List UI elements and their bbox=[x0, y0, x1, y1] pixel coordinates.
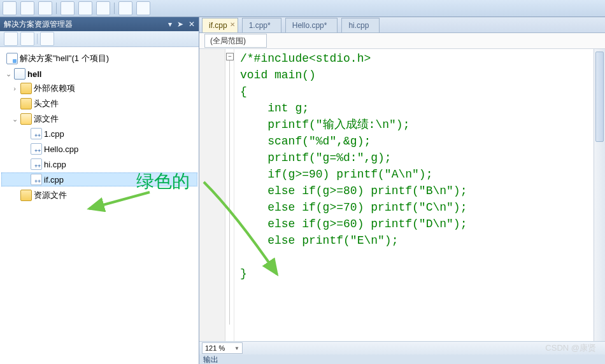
file-tab-active[interactable]: if.cpp✕ bbox=[202, 18, 238, 32]
folder-header-files[interactable]: 头文件 bbox=[1, 97, 197, 111]
editor-tabbar: if.cpp✕ 1.cpp* Hello.cpp* hi.cpp bbox=[199, 17, 605, 33]
scope-bar: (全局范围) bbox=[199, 33, 605, 49]
expand-caret-icon[interactable]: › bbox=[11, 85, 18, 92]
zoom-combo[interactable]: 121 %▼ bbox=[202, 342, 243, 354]
folder-icon bbox=[20, 190, 32, 201]
solution-label: 解决方案"hell"(1 个项目) bbox=[20, 53, 109, 64]
project-node[interactable]: ⌄ hell bbox=[1, 67, 197, 81]
panel-title: 解决方案资源管理器 bbox=[4, 19, 73, 30]
se-toolbar-icon[interactable] bbox=[20, 32, 34, 46]
project-label: hell bbox=[27, 69, 41, 79]
toolbar-icon[interactable] bbox=[78, 1, 92, 15]
file-tab[interactable]: hi.cpp bbox=[341, 18, 380, 32]
scope-combo[interactable]: (全局范围) bbox=[204, 34, 267, 48]
folder-open-icon bbox=[20, 113, 32, 125]
file-node[interactable]: 1.cpp bbox=[1, 127, 197, 141]
code-editor[interactable]: − /*#include<stdio.h> void main() { int … bbox=[199, 49, 605, 341]
code-text[interactable]: /*#include<stdio.h> void main() { int g;… bbox=[236, 50, 594, 282]
folder-source-files[interactable]: ⌄ 源文件 bbox=[1, 112, 197, 126]
pin-icon[interactable]: ➤ bbox=[177, 20, 183, 29]
toolbar-icon[interactable] bbox=[3, 1, 17, 15]
file-tab[interactable]: 1.cpp* bbox=[242, 18, 281, 32]
folder-icon bbox=[20, 98, 32, 109]
solution-explorer-toolbar bbox=[0, 31, 199, 47]
se-toolbar-icon[interactable] bbox=[4, 32, 18, 46]
toolbar-icon[interactable] bbox=[60, 1, 75, 15]
folder-external-deps[interactable]: › 外部依赖项 bbox=[1, 81, 197, 95]
folder-icon bbox=[20, 83, 32, 94]
annotation-text: 绿色的 bbox=[136, 169, 190, 193]
output-panel-header[interactable]: 输出 bbox=[199, 354, 605, 364]
editor-gutter bbox=[199, 49, 225, 341]
expand-caret-icon[interactable]: ⌄ bbox=[11, 115, 18, 123]
solution-icon bbox=[6, 53, 18, 64]
cpp-file-icon bbox=[31, 143, 42, 155]
tab-close-icon[interactable]: ✕ bbox=[230, 21, 235, 28]
toolbar-icon[interactable] bbox=[96, 1, 110, 15]
scrollbar-thumb[interactable] bbox=[595, 52, 604, 142]
dropdown-arrow-icon[interactable]: ▼ bbox=[234, 346, 239, 351]
project-icon bbox=[14, 68, 25, 80]
editor-area: if.cpp✕ 1.cpp* Hello.cpp* hi.cpp (全局范围) … bbox=[199, 17, 605, 364]
file-node[interactable]: Hello.cpp bbox=[1, 142, 197, 156]
cpp-file-icon bbox=[31, 128, 42, 139]
expand-caret-icon[interactable]: ⌄ bbox=[4, 70, 12, 78]
toolbar-separator bbox=[114, 3, 115, 14]
solution-node[interactable]: 解决方案"hell"(1 个项目) bbox=[1, 52, 197, 66]
toolbar-icon[interactable] bbox=[38, 1, 52, 15]
toolbar-icon[interactable] bbox=[136, 1, 150, 15]
toolbar-icon[interactable] bbox=[20, 1, 34, 15]
file-tab[interactable]: Hello.cpp* bbox=[285, 18, 338, 32]
cpp-file-icon bbox=[31, 158, 42, 170]
cpp-file-icon bbox=[31, 174, 42, 185]
close-icon[interactable]: ✕ bbox=[189, 20, 195, 29]
vertical-scrollbar[interactable] bbox=[594, 49, 605, 341]
solution-explorer-title-bar[interactable]: 解决方案资源管理器 ▾ ➤ ✕ bbox=[0, 17, 199, 31]
toolbar-separator bbox=[56, 3, 57, 14]
fold-guide bbox=[229, 60, 230, 325]
dropdown-icon[interactable]: ▾ bbox=[168, 20, 172, 29]
watermark: CSDN @康贤 bbox=[545, 342, 596, 354]
fold-toggle-icon[interactable]: − bbox=[226, 53, 234, 60]
toolbar-icon[interactable] bbox=[118, 1, 132, 15]
app-toolbar bbox=[0, 0, 605, 17]
solution-tree: 解决方案"hell"(1 个项目) ⌄ hell › 外部依赖项 bbox=[0, 47, 199, 364]
editor-status-bar: 121 %▼ bbox=[199, 341, 605, 354]
se-toolbar-icon[interactable] bbox=[40, 32, 54, 46]
